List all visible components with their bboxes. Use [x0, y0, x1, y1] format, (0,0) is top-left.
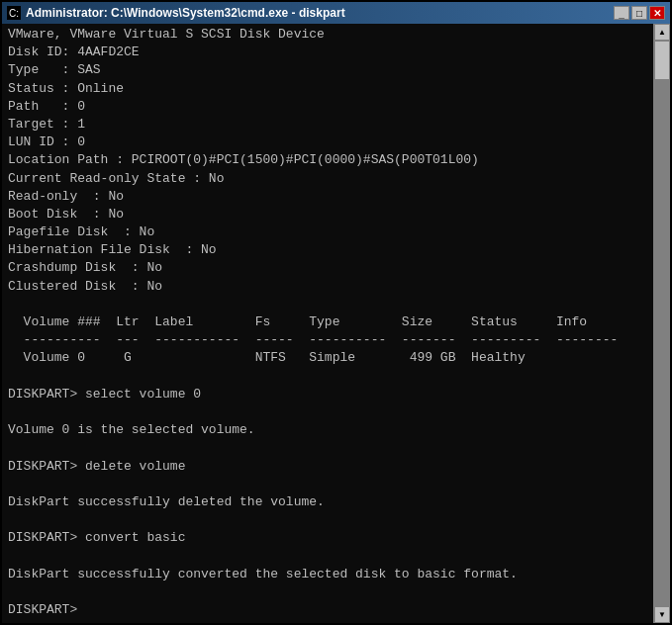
console-output[interactable]: Copyright (C) 1999-2008 Microsoft Corpor… — [2, 24, 653, 623]
title-bar: C: Administrator: C:\Windows\System32\cm… — [2, 2, 670, 24]
minimize-button[interactable]: _ — [614, 6, 629, 20]
scrollbar[interactable]: ▲ ▼ — [653, 24, 670, 623]
scrollbar-thumb[interactable] — [654, 41, 670, 80]
close-button[interactable]: ✕ — [649, 6, 665, 20]
title-buttons: _ □ ✕ — [614, 6, 665, 20]
maximize-button[interactable]: □ — [631, 6, 647, 20]
console-body: Copyright (C) 1999-2008 Microsoft Corpor… — [2, 24, 670, 623]
scrollbar-track[interactable] — [654, 41, 670, 606]
window-title: Administrator: C:\Windows\System32\cmd.e… — [26, 6, 345, 20]
cmd-window: C: Administrator: C:\Windows\System32\cm… — [0, 0, 672, 625]
scrollbar-up-button[interactable]: ▲ — [654, 24, 670, 41]
scrollbar-down-button[interactable]: ▼ — [654, 606, 670, 623]
title-bar-left: C: Administrator: C:\Windows\System32\cm… — [7, 6, 345, 20]
cmd-icon: C: — [7, 6, 21, 20]
